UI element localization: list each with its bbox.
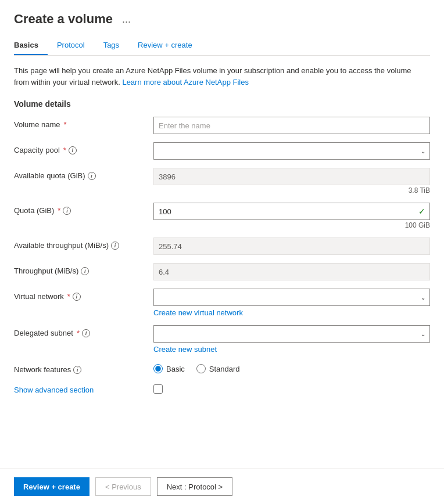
input-wrap-quota: ✓ 100 GiB (153, 203, 430, 229)
required-indicator: * (64, 120, 67, 129)
show-advanced-checkbox[interactable] (153, 384, 163, 394)
page-title: Create a volume (14, 12, 113, 27)
delegated-subnet-select[interactable] (153, 325, 430, 343)
previous-button[interactable]: < Previous (95, 477, 151, 496)
tab-protocol[interactable]: Protocol (57, 36, 94, 55)
select-wrap-capacity-pool: ⌄ (153, 142, 430, 160)
tab-basics[interactable]: Basics (14, 36, 48, 55)
label-capacity-pool: Capacity pool* i (14, 142, 153, 154)
info-icon-virtual-network[interactable]: i (73, 293, 81, 301)
radio-label-basic: Basic (166, 365, 185, 373)
radio-option-basic[interactable]: Basic (153, 364, 185, 373)
label-network-features: Network features i (14, 362, 153, 374)
required-indicator: * (77, 329, 80, 337)
quota-hint: 100 GiB (153, 221, 430, 229)
field-quota: Quota (GiB)* i ✓ 100 GiB (14, 203, 430, 229)
required-indicator: * (67, 292, 70, 301)
tab-tags[interactable]: Tags (103, 36, 128, 55)
show-advanced-label[interactable]: Show advanced section (14, 386, 94, 394)
field-virtual-network: Virtual network* i ⌄ Create new virtual … (14, 289, 430, 317)
field-delegated-subnet: Delegated subnet* i ⌄ Create new subnet (14, 325, 430, 354)
available-quota-input (153, 168, 430, 185)
create-subnet-link[interactable]: Create new subnet (153, 345, 217, 354)
field-volume-name: Volume name* (14, 117, 430, 134)
input-wrap-throughput (153, 263, 430, 280)
create-virtual-network-link[interactable]: Create new virtual network (153, 308, 243, 317)
field-available-quota: Available quota (GiB) i 3.8 TiB (14, 168, 430, 195)
tabs-nav: Basics Protocol Tags Review + create (14, 36, 430, 56)
info-icon-capacity-pool[interactable]: i (69, 146, 77, 154)
section-header-volume-details: Volume details (14, 99, 430, 109)
required-indicator: * (63, 146, 66, 154)
available-throughput-input (153, 237, 430, 255)
info-icon-throughput[interactable]: i (81, 267, 89, 275)
capacity-pool-select[interactable] (153, 142, 430, 160)
throughput-input (153, 263, 430, 280)
label-available-quota: Available quota (GiB) i (14, 168, 153, 180)
checkbox-wrap-show-advanced (153, 382, 430, 394)
label-virtual-network: Virtual network* i (14, 289, 153, 301)
input-wrap-volume-name (153, 117, 430, 134)
review-create-button[interactable]: Review + create (14, 477, 89, 496)
page-description: This page will help you create an Azure … (14, 65, 421, 88)
label-show-advanced: Show advanced section (14, 382, 153, 394)
select-wrap-delegated-subnet: ⌄ Create new subnet (153, 325, 430, 354)
label-delegated-subnet: Delegated subnet* i (14, 325, 153, 337)
radio-standard[interactable] (196, 364, 206, 373)
field-network-features: Network features i Basic Standard (14, 362, 430, 374)
label-quota: Quota (GiB)* i (14, 203, 153, 215)
field-show-advanced: Show advanced section (14, 382, 430, 394)
radio-basic[interactable] (153, 364, 163, 373)
virtual-network-select[interactable] (153, 289, 430, 306)
quota-input[interactable] (153, 203, 430, 220)
radio-label-standard: Standard (209, 365, 240, 373)
footer: Review + create < Previous Next : Protoc… (0, 469, 444, 504)
input-wrap-available-throughput (153, 237, 430, 255)
field-available-throughput: Available throughput (MiB/s) i (14, 237, 430, 255)
field-capacity-pool: Capacity pool* i ⌄ (14, 142, 430, 160)
select-wrap-virtual-network: ⌄ Create new virtual network (153, 289, 430, 317)
radio-wrap-network-features: Basic Standard (153, 362, 430, 373)
learn-more-link[interactable]: Learn more about Azure NetApp Files (122, 78, 249, 87)
label-available-throughput: Available throughput (MiB/s) i (14, 237, 153, 250)
tab-review-create[interactable]: Review + create (138, 36, 202, 55)
label-volume-name: Volume name* (14, 117, 153, 129)
volume-name-input[interactable] (153, 117, 430, 134)
input-wrap-available-quota: 3.8 TiB (153, 168, 430, 195)
field-throughput: Throughput (MiB/s) i (14, 263, 430, 280)
ellipsis-menu-button[interactable]: ... (119, 12, 134, 27)
radio-option-standard[interactable]: Standard (196, 364, 240, 373)
label-throughput: Throughput (MiB/s) i (14, 263, 153, 275)
required-indicator: * (58, 206, 60, 215)
available-quota-hint: 3.8 TiB (153, 186, 430, 195)
info-icon-available-throughput[interactable]: i (111, 242, 119, 250)
info-icon-quota[interactable]: i (63, 207, 71, 215)
info-icon-available-quota[interactable]: i (88, 172, 96, 180)
info-icon-delegated-subnet[interactable]: i (82, 329, 90, 337)
info-icon-network-features[interactable]: i (73, 366, 81, 374)
next-protocol-button[interactable]: Next : Protocol > (157, 477, 232, 496)
